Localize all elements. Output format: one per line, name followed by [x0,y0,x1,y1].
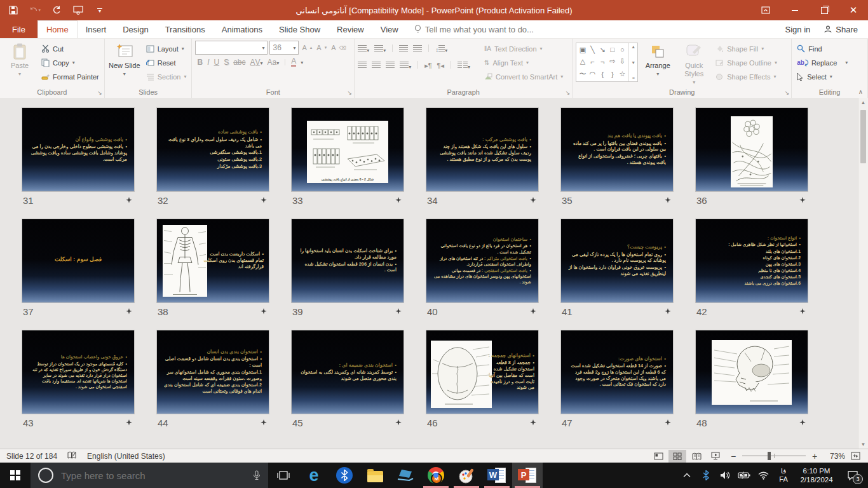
character-spacing-button[interactable]: A̲V̲▾ [250,58,263,67]
animation-indicator-star-icon[interactable] [395,194,402,206]
font-dialog-launcher-icon[interactable]: ↘ [348,90,353,96]
decrease-indent-button[interactable] [399,43,408,55]
tell-me-box[interactable]: Tell me what you want to do... [407,20,541,38]
align-right-button[interactable] [386,60,395,71]
undo-icon[interactable]: ▾ [29,4,41,16]
animation-indicator-star-icon[interactable] [395,417,402,428]
slide-thumbnail-46[interactable]: •استخوانهای جمجمه :•جمجمه از 8 قطعه استخ… [426,330,538,414]
save-icon[interactable] [8,4,19,16]
ribbon-display-options-icon[interactable] [751,0,780,20]
tab-file[interactable]: File [0,20,37,38]
slide-sorter-view-button[interactable] [668,450,686,463]
taskbar-app-paint[interactable] [451,463,482,488]
font-size-combo[interactable]: 36▾ [269,41,299,55]
collapse-ribbon-icon[interactable]: ∧ [858,88,863,95]
microphone-icon[interactable] [253,470,261,480]
ltr-direction-button[interactable]: ▸¶ [424,62,431,70]
line-spacing-button[interactable]: ↕▾ [435,45,447,53]
shapes-gallery-scroll[interactable]: ▲▼≡ [628,43,637,81]
tab-view[interactable]: View [372,20,407,38]
animation-indicator-star-icon[interactable] [799,417,806,428]
taskbar-app-word[interactable]: W [482,463,512,488]
animation-indicator-star-icon[interactable] [665,194,671,206]
shape-fill-button[interactable]: Shape Fill▾ [714,42,779,55]
share-button[interactable]: Share [824,25,858,34]
tab-insert[interactable]: Insert [78,20,115,38]
drawing-dialog-launcher-icon[interactable]: ↘ [785,90,790,96]
animation-indicator-star-icon[interactable] [126,306,132,317]
start-button[interactable] [0,463,31,488]
arrange-button[interactable]: Arrange▾ [641,41,674,78]
format-painter-button[interactable]: Format Painter [39,70,101,83]
taskbar-app-connect[interactable] [390,463,421,488]
animation-indicator-star-icon[interactable] [395,306,402,317]
language-switcher[interactable]: فاFA [774,467,793,484]
underline-button[interactable]: U [214,58,219,67]
reset-button[interactable]: Reset [144,56,189,69]
new-slide-button[interactable]: New Slide▾ [108,41,141,78]
scroll-down-icon[interactable]: ▼ [858,440,868,449]
slide-thumbnail-39[interactable]: •برای شناخت اسکلت بدن انسان باید استخوان… [292,219,403,302]
taskbar-app-powerpoint[interactable]: P [512,463,543,488]
start-from-beginning-icon[interactable] [72,4,84,16]
shape-outline-button[interactable]: Shape Outline▾ [714,56,779,69]
animation-indicator-star-icon[interactable] [261,194,267,206]
animation-indicator-star-icon[interactable] [126,417,132,428]
animation-indicator-star-icon[interactable] [799,306,806,317]
volume-icon[interactable] [717,463,733,488]
zoom-slider[interactable] [742,456,806,456]
slide-show-view-button[interactable] [707,450,724,463]
align-left-button[interactable] [358,60,367,71]
zoom-slider-thumb[interactable] [768,452,771,460]
animation-indicator-star-icon[interactable] [530,306,536,317]
scroll-up-icon[interactable]: ▲ [858,98,868,107]
taskbar-app-chrome[interactable]: M [421,463,451,488]
change-case-button[interactable]: Aa▾ [268,58,280,67]
strikethrough-button[interactable]: abc [233,58,245,67]
animation-indicator-star-icon[interactable] [799,194,806,206]
decrease-font-size-button[interactable]: A▾ [315,41,328,55]
cut-button[interactable]: Cut [39,42,101,55]
customize-quick-access-icon[interactable]: ▾ [94,4,105,16]
taskbar-app-bluetooth[interactable] [329,463,360,488]
align-center-button[interactable] [372,60,381,71]
clipboard-dialog-launcher-icon[interactable]: ↘ [97,90,102,96]
redo-icon[interactable] [51,4,62,16]
section-button[interactable]: Section▾ [144,70,189,83]
slide-thumbnail-31[interactable]: •بافت پوششی وانواع آن•بافت پوششی سطوح دا… [22,108,134,191]
tab-design[interactable]: Design [114,20,156,38]
close-button[interactable]: ✕ [839,0,868,20]
tab-animations[interactable]: Animations [214,20,271,38]
increase-indent-button[interactable] [413,43,422,55]
animation-indicator-star-icon[interactable] [665,417,671,428]
slide-thumbnail-32[interactable]: •بافت پوششی ساده•شامل یک ردیف سلول است و… [157,108,269,191]
slide-thumbnail-43[interactable]: •عروق خونی واعصاب استخوان ها•کلیه قسمتها… [22,330,134,414]
scrollbar-thumb[interactable] [860,110,866,163]
vertical-scrollbar[interactable]: ▲ ▼ [858,98,868,449]
zoom-percentage[interactable]: 73% [824,452,845,461]
font-color-button[interactable]: A [291,58,296,67]
search-input[interactable] [60,470,247,482]
animation-indicator-star-icon[interactable] [665,306,671,317]
minimize-button[interactable] [780,0,810,20]
task-view-button[interactable] [268,463,299,488]
bluetooth-tray-icon[interactable] [698,463,714,488]
battery-charging-icon[interactable] [736,463,752,488]
slide-thumbnail-41[interactable]: •پریوست چیست؟•روی تمام استخوان ها را یک … [561,219,673,302]
tab-slide-show[interactable]: Slide Show [271,20,329,38]
animation-indicator-star-icon[interactable] [261,306,267,317]
slide-thumbnail-34[interactable]: •بافت پوششی مرکب :•سلول های این بافت یک … [426,108,538,191]
slide-thumbnail-37[interactable]: فصل سوم : اسکلت [22,219,134,302]
tab-review[interactable]: Review [329,20,372,38]
bold-button[interactable]: B [197,58,203,67]
slide-thumbnail-40[interactable]: •ساختمان استخوان•هر استخوان در فرد بالغ … [426,219,538,302]
tray-expand-chevron-icon[interactable] [679,463,695,488]
justify-button[interactable]: ▾ [400,60,411,71]
select-button[interactable]: Select▾ [795,70,850,83]
quick-styles-button[interactable]: Quick Styles▾ [677,41,710,86]
animation-indicator-star-icon[interactable] [530,194,536,206]
bullets-button[interactable]: ▾ [358,43,369,55]
restore-button[interactable] [810,0,839,20]
taskbar-clock[interactable]: 6:10 PM2/18/2024 [796,466,837,484]
slide-thumbnail-47[interactable]: •استخوان های صورت:•صورت از 14 قطعه استخو… [561,330,673,414]
